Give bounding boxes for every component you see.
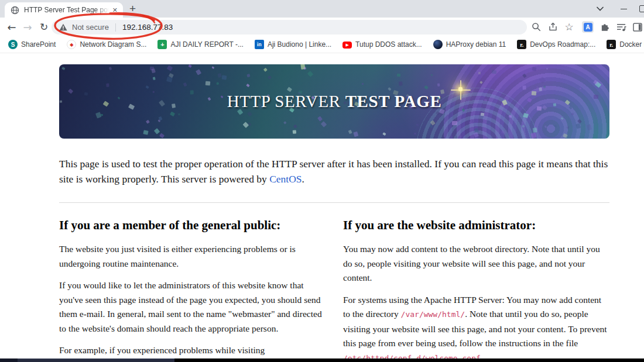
bookmark-label: Network Diagram S... xyxy=(80,40,146,49)
youtube-favicon-icon: ▶ xyxy=(342,42,352,49)
tab-close-icon[interactable]: ✕ xyxy=(111,6,119,14)
tab-search-chevron-icon[interactable] xyxy=(592,0,608,18)
tab-title: HTTP Server Test Page powered xyxy=(24,6,111,14)
roadmap-favicon-icon: r. xyxy=(607,40,616,49)
sharepoint-favicon-icon: S xyxy=(8,40,18,49)
paragraph: You may now add content to the webroot d… xyxy=(343,242,609,285)
bookmark-label: Aji Budiono | Linke... xyxy=(268,40,331,49)
page-content: HTTP SERVER TEST PAGE This page is used … xyxy=(0,53,644,358)
not-secure-warning-icon xyxy=(59,23,67,31)
new-tab-button[interactable]: + xyxy=(129,1,136,16)
paragraph: For example, if you experienced problems… xyxy=(59,343,326,358)
bookmark-label: AJI DAILY REPORT -... xyxy=(170,40,243,49)
tab-strip: HTTP Server Test Page powered ✕ + xyxy=(0,0,644,18)
globe-favicon-icon xyxy=(11,6,19,15)
banner-title: HTTP SERVER TEST PAGE xyxy=(59,64,609,139)
bookmark-item[interactable]: inAji Budiono | Linke... xyxy=(255,40,331,49)
translate-extension-icon[interactable]: A xyxy=(580,18,596,36)
bookmark-label: Tutup DDOS attack... xyxy=(355,40,422,49)
sheets-favicon-icon: + xyxy=(157,40,167,49)
forward-icon[interactable]: → xyxy=(19,18,36,36)
bookmark-item[interactable]: r.Docker Roadmap -... xyxy=(607,40,644,49)
bookmark-label: HAProxy debian 11 xyxy=(446,40,506,49)
address-bar-separator xyxy=(115,23,116,32)
taskbar-edge xyxy=(0,358,644,362)
browser-tab[interactable]: HTTP Server Test Page powered ✕ xyxy=(5,2,123,18)
not-secure-label[interactable]: Not secure xyxy=(72,23,109,32)
extensions-puzzle-icon[interactable] xyxy=(597,18,613,36)
bookmark-label: DevOps Roadmap:... xyxy=(530,40,595,49)
media-controls-icon[interactable] xyxy=(613,18,629,36)
public-column: If you are a member of the general publi… xyxy=(59,218,326,358)
intro-paragraph: This page is used to test the proper ope… xyxy=(59,157,609,187)
bookmark-label: SharePoint xyxy=(21,40,56,49)
divider xyxy=(59,202,609,203)
bookmark-star-icon[interactable]: ☆ xyxy=(561,18,577,36)
bookmark-item[interactable]: HAProxy debian 11 xyxy=(433,40,506,49)
linkedin-favicon-icon: in xyxy=(255,40,264,49)
address-bar-url[interactable]: 192.168.77.83 xyxy=(122,23,173,32)
paragraph: The website you just visited is either e… xyxy=(59,242,326,271)
admin-column: If you are the website administrator: Yo… xyxy=(343,218,609,358)
address-bar[interactable]: Not secure 192.168.77.83 xyxy=(52,20,527,35)
network-favicon-icon: ◆ xyxy=(67,40,76,49)
back-icon[interactable]: ← xyxy=(4,18,20,36)
page-banner: HTTP SERVER TEST PAGE xyxy=(59,64,609,139)
side-panel-icon[interactable] xyxy=(629,18,644,36)
bookmark-item[interactable]: r.DevOps Roadmap:... xyxy=(517,40,595,49)
search-icon[interactable] xyxy=(528,18,544,36)
bookmark-item[interactable]: SSharePoint xyxy=(8,40,56,49)
bookmarks-bar: SSharePoint◆Network Diagram S...+AJI DAI… xyxy=(0,36,644,53)
share-icon[interactable] xyxy=(544,18,561,36)
admin-column-heading: If you are the website administrator: xyxy=(343,218,609,233)
roadmap-favicon-icon: r. xyxy=(517,40,526,49)
paragraph: For systems using the Apache HTTP Server… xyxy=(343,293,609,359)
bookmark-item[interactable]: +AJI DAILY REPORT -... xyxy=(157,40,243,49)
public-column-heading: If you are a member of the general publi… xyxy=(59,218,326,233)
bookmark-label: Docker Roadmap -... xyxy=(619,40,644,49)
maximize-button[interactable] xyxy=(637,0,644,18)
centos-link[interactable]: CentOS xyxy=(269,173,302,185)
haproxy-favicon-icon xyxy=(433,40,443,49)
paragraph: If you would like to let the administrat… xyxy=(59,278,326,336)
browser-toolbar: ← → ↻ Not secure 192.168.77.83 ☆ A xyxy=(0,18,644,36)
bookmark-item[interactable]: ◆Network Diagram S... xyxy=(67,40,146,49)
reload-icon[interactable]: ↻ xyxy=(36,18,52,36)
minimize-button[interactable] xyxy=(616,0,631,18)
bookmark-item[interactable]: ▶Tutup DDOS attack... xyxy=(342,40,422,49)
